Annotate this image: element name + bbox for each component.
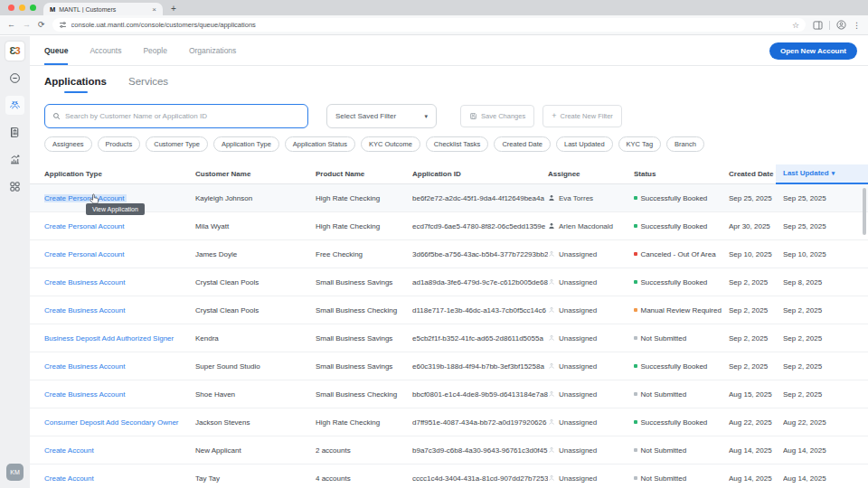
filter-chip[interactable]: Application Status xyxy=(285,136,355,152)
table-row: Create Personal Account Kayleigh Johnson… xyxy=(30,184,868,212)
application-link[interactable]: Create Business Account xyxy=(44,278,125,286)
tab-title: MANTL | Customers xyxy=(59,6,148,13)
status-label: Not Submitted xyxy=(641,446,687,455)
application-link[interactable]: Create Account xyxy=(44,446,94,455)
application-id-cell: ad1a89da-3fe6-479d-9c7e-c612b005de68 xyxy=(412,278,548,286)
product-name-cell: Small Business Savings xyxy=(316,334,412,343)
status-cell: Not Submitted xyxy=(634,334,729,343)
save-changes-button[interactable]: Save Changes xyxy=(460,105,534,127)
toolbar-divider xyxy=(829,21,830,30)
filter-chip[interactable]: KYC Tag xyxy=(618,136,661,152)
browser-tab[interactable]: M MANTL | Customers × xyxy=(43,3,163,15)
assignee-unassigned-icon xyxy=(548,390,555,398)
application-link[interactable]: Create Account xyxy=(44,474,94,483)
created-date-cell: Apr 30, 2025 xyxy=(729,222,783,230)
filter-chip[interactable]: Checklist Tasks xyxy=(426,136,489,152)
filter-chip[interactable]: Products xyxy=(98,136,141,152)
application-link[interactable]: Consumer Deposit Add Secondary Owner xyxy=(44,418,179,427)
nav-item-people[interactable]: People xyxy=(143,36,166,65)
site-settings-icon[interactable] xyxy=(59,21,67,29)
application-id-cell: bbcf0801-e1c4-4de8-9b59-d6413184e7a8 xyxy=(412,390,548,399)
application-id-cell: be6f2e72-a2dc-45f1-9da4-4f12649bea4a xyxy=(412,194,548,202)
assignee-unassigned-icon xyxy=(548,278,555,286)
status-dot xyxy=(634,336,637,340)
application-link[interactable]: Create Business Account xyxy=(44,390,125,399)
assignee-unassigned-icon xyxy=(548,446,555,454)
favicon: M xyxy=(50,5,55,14)
saved-filter-select[interactable]: Select Saved Filter ▾ xyxy=(326,104,437,128)
assignee-cell: Unassigned xyxy=(548,334,634,343)
menu-icon[interactable]: ⋮ xyxy=(853,21,861,30)
window-minimize-button[interactable] xyxy=(19,5,25,11)
created-date-cell: Aug 14, 2025 xyxy=(729,446,783,455)
user-avatar[interactable]: KM xyxy=(6,464,24,481)
nav-item-queue[interactable]: Queue xyxy=(44,36,68,65)
sidebar-item-apps-grid[interactable] xyxy=(5,177,24,196)
customer-name-cell: Super Sound Studio xyxy=(195,362,316,371)
table-scrollbar[interactable] xyxy=(863,184,866,488)
side-panel-icon[interactable] xyxy=(813,21,823,30)
window-zoom-button[interactable] xyxy=(30,5,36,11)
tab-applications[interactable]: Applications xyxy=(44,76,107,93)
product-name-cell: Small Business Checking xyxy=(316,390,412,399)
create-new-filter-button[interactable]: + Create New Filter xyxy=(542,105,622,127)
search-input[interactable] xyxy=(65,112,300,120)
nav-item-organizations[interactable]: Organizations xyxy=(189,36,236,65)
assignee-unassigned-icon xyxy=(548,334,555,342)
window-controls xyxy=(0,0,43,15)
sidebar-item-customers[interactable] xyxy=(5,96,24,115)
new-tab-icon[interactable]: + xyxy=(171,3,176,15)
status-dot xyxy=(634,420,637,424)
bookmark-icon[interactable]: ☆ xyxy=(792,21,799,30)
close-tab-icon[interactable]: × xyxy=(152,5,156,14)
saved-filter-value: Select Saved Filter xyxy=(335,112,396,120)
window-close-button[interactable] xyxy=(8,5,14,11)
sidebar-item-analytics[interactable] xyxy=(5,150,24,169)
customer-name-cell: Shoe Haven xyxy=(195,390,316,399)
application-link[interactable]: Create Business Account xyxy=(44,362,125,371)
sidebar-item-documents[interactable] xyxy=(5,123,24,142)
back-icon[interactable]: ← xyxy=(7,21,15,29)
tab-services[interactable]: Services xyxy=(128,76,168,93)
product-name-cell: High Rate Checking xyxy=(316,222,412,230)
col-last-updated[interactable]: Last Updated ▾ xyxy=(776,164,868,184)
last-updated-cell: Sep 25, 2025 xyxy=(783,222,868,230)
status-cell: Successfully Booked xyxy=(634,194,729,202)
url-bar[interactable]: console.uat.mantl.com/console/customers/… xyxy=(52,18,806,32)
application-link[interactable]: Create Business Account xyxy=(44,306,125,314)
filter-chip[interactable]: Application Type xyxy=(213,136,279,152)
open-new-account-button[interactable]: Open New Account xyxy=(769,42,857,60)
application-link[interactable]: Business Deposit Add Authorized Signer xyxy=(44,334,174,343)
table-body: View Application Create Personal Account… xyxy=(30,184,868,488)
reload-icon[interactable]: ⟳ xyxy=(38,21,45,29)
customer-name-cell: Jackson Stevens xyxy=(195,418,316,427)
last-updated-cell: Sep 2, 2025 xyxy=(783,306,868,314)
assignee-unassigned-icon xyxy=(548,418,555,426)
nav-item-accounts[interactable]: Accounts xyxy=(90,36,121,65)
created-date-cell: Aug 22, 2025 xyxy=(729,418,783,427)
assignee-cell: Unassigned xyxy=(548,390,634,399)
status-dot xyxy=(634,280,637,284)
table-row: Create Personal Account James Doyle Free… xyxy=(30,240,868,268)
status-label: Successfully Booked xyxy=(641,194,708,202)
forward-icon[interactable]: → xyxy=(23,21,31,29)
filter-chip[interactable]: KYC Outcome xyxy=(361,136,420,152)
col-created-date[interactable]: Created Date ▾ xyxy=(729,164,783,183)
filter-chip[interactable]: Assignees xyxy=(44,136,92,152)
product-name-cell: High Rate Checking xyxy=(316,194,412,202)
profile-icon[interactable] xyxy=(836,20,846,30)
assignee-cell: Unassigned xyxy=(548,306,634,314)
scrollbar-thumb[interactable] xyxy=(863,188,866,235)
filter-chip[interactable]: Customer Type xyxy=(146,136,208,152)
created-date-cell: Sep 2, 2025 xyxy=(729,334,783,343)
customer-name-cell: Kayleigh Johnson xyxy=(195,194,316,202)
filter-chip[interactable]: Branch xyxy=(666,136,704,152)
sidebar-item-remove-circle[interactable] xyxy=(5,69,24,88)
assignee-unassigned-icon xyxy=(548,362,555,370)
filter-chip[interactable]: Created Date xyxy=(494,136,551,152)
filter-chip[interactable]: Last Updated xyxy=(556,136,613,152)
application-link[interactable]: Create Personal Account xyxy=(44,250,125,258)
status-dot xyxy=(634,196,637,200)
application-link[interactable]: Create Personal Account xyxy=(44,222,125,230)
application-link[interactable]: Create Personal Account xyxy=(44,194,127,202)
